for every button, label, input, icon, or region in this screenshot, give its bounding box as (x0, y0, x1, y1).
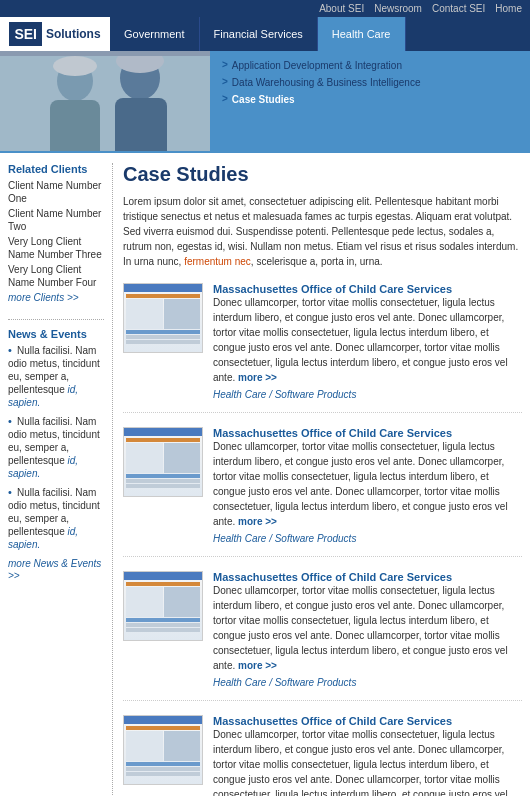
case-study-desc-4: Donec ullamcorper, tortor vitae mollis c… (213, 727, 522, 796)
thumb-cell (164, 731, 201, 761)
hero-image (0, 51, 210, 151)
sidebar-client-1: Client Name Number One (8, 179, 104, 205)
thumb-cell (126, 443, 163, 473)
bullet-icon: • (8, 344, 12, 356)
bullet-icon: • (8, 415, 12, 427)
content-wrapper: Related Clients Client Name Number One C… (0, 153, 530, 796)
sidebar-news-section: News & Events • Nulla facilisi. Nam odio… (8, 328, 104, 581)
hero-silhouette (0, 56, 210, 151)
case-study-2: Massachusettes Office of Child Care Serv… (123, 427, 522, 557)
case-study-thumb-2 (123, 427, 203, 497)
case-study-tags-2: Health Care / Software Products (213, 533, 522, 544)
main-nav-items: Government Financial Services Health Car… (110, 17, 530, 51)
hero-nav-datawarehouse: > Data Warehousing & Business Intelligen… (222, 76, 518, 89)
hero-nav-appdev-link[interactable]: Application Development & Integration (232, 59, 402, 72)
case-study-title-2[interactable]: Massachusettes Office of Child Care Serv… (213, 427, 452, 439)
case-study-3: Massachusettes Office of Child Care Serv… (123, 571, 522, 701)
thumb-row (126, 330, 200, 334)
case-study-thumb-3 (123, 571, 203, 641)
case-study-info-2: Massachusettes Office of Child Care Serv… (213, 427, 522, 544)
bullet-icon: • (8, 486, 12, 498)
thumb-row (126, 767, 200, 771)
more-news-link[interactable]: more News & Events >> (8, 558, 101, 581)
case-study-info-4: Massachusettes Office of Child Care Serv… (213, 715, 522, 796)
thumb-row (126, 582, 200, 586)
case-study-title-3[interactable]: Massachusettes Office of Child Care Serv… (213, 571, 452, 583)
thumb-row (126, 340, 200, 344)
page-title: Case Studies (123, 163, 522, 186)
hero-nav-appdev: > Application Development & Integration (222, 59, 518, 72)
sidebar-news-title: News & Events (8, 328, 104, 340)
sidebar-news-3: • Nulla facilisi. Nam odio metus, tincid… (8, 486, 104, 551)
more-link-3[interactable]: more >> (238, 660, 277, 671)
svg-rect-5 (115, 98, 167, 151)
logo-sei: SEI (9, 22, 42, 46)
thumb-bar (124, 716, 202, 724)
thumb-row (126, 726, 200, 730)
hero-nav-casestudies: > Case Studies (222, 93, 518, 106)
thumb-row (126, 628, 200, 632)
topnav-about[interactable]: About SEI (319, 3, 364, 14)
case-study-thumb-4 (123, 715, 203, 785)
arrow-icon: > (222, 93, 228, 104)
thumb-row (126, 479, 200, 483)
thumb-row (126, 623, 200, 627)
thumb-cell (164, 587, 201, 617)
sidebar: Related Clients Client Name Number One C… (8, 163, 113, 796)
svg-rect-0 (0, 56, 210, 151)
thumb-cell (126, 587, 163, 617)
case-study-4: Massachusettes Office of Child Care Serv… (123, 715, 522, 796)
case-study-info-1: Massachusettes Office of Child Care Serv… (213, 283, 522, 400)
topnav-contact[interactable]: Contact SEI (432, 3, 485, 14)
hero-nav-casestudies-link[interactable]: Case Studies (232, 93, 295, 106)
thumb-row (126, 474, 200, 478)
sidebar-clients-section: Related Clients Client Name Number One C… (8, 163, 104, 303)
thumb-mockup-3 (124, 572, 202, 640)
sidebar-client-2: Client Name Number Two (8, 207, 104, 233)
case-study-desc-2: Donec ullamcorper, tortor vitae mollis c… (213, 439, 522, 529)
thumb-row (126, 484, 200, 488)
thumb-cell (126, 299, 163, 329)
case-study-desc-1: Donec ullamcorper, tortor vitae mollis c… (213, 295, 522, 385)
thumb-row (126, 762, 200, 766)
logo: SEI Solutions (9, 22, 100, 46)
thumb-bar (124, 572, 202, 580)
topnav-newsroom[interactable]: Newsroom (374, 3, 422, 14)
sidebar-client-3: Very Long Client Name Number Three (8, 235, 104, 261)
nav-government[interactable]: Government (110, 17, 200, 51)
arrow-icon: > (222, 76, 228, 87)
case-study-title-1[interactable]: Massachusettes Office of Child Care Serv… (213, 283, 452, 295)
sidebar-news-1: • Nulla facilisi. Nam odio metus, tincid… (8, 344, 104, 409)
sidebar-news-text-3: Nulla facilisi. Nam odio metus, tincidun… (8, 487, 100, 550)
case-study-title-4[interactable]: Massachusettes Office of Child Care Serv… (213, 715, 452, 727)
logo-area: SEI Solutions (0, 17, 110, 51)
thumb-row (126, 438, 200, 442)
case-study-tags-3: Health Care / Software Products (213, 677, 522, 688)
thumb-bar (124, 428, 202, 436)
sidebar-news-text-2: Nulla facilisi. Nam odio metus, tincidun… (8, 416, 100, 479)
sidebar-divider (8, 319, 104, 320)
thumb-row (126, 618, 200, 622)
thumb-cell (164, 443, 201, 473)
intro-link[interactable]: fermentum nec (184, 256, 251, 267)
sidebar-news-2: • Nulla facilisi. Nam odio metus, tincid… (8, 415, 104, 480)
thumb-cell (126, 731, 163, 761)
more-link-1[interactable]: more >> (238, 372, 277, 383)
top-nav: About SEI Newsroom Contact SEI Home (0, 0, 530, 17)
svg-point-3 (53, 56, 97, 76)
thumb-grid (126, 731, 200, 761)
more-link-2[interactable]: more >> (238, 516, 277, 527)
topnav-home[interactable]: Home (495, 3, 522, 14)
sidebar-client-4: Very Long Client Name Number Four (8, 263, 104, 289)
more-clients-link[interactable]: more Clients >> (8, 292, 79, 303)
nav-health-care[interactable]: Health Care (318, 17, 406, 51)
intro-text: Lorem ipsum dolor sit amet, consectetuer… (123, 194, 522, 269)
case-study-info-3: Massachusettes Office of Child Care Serv… (213, 571, 522, 688)
case-study-desc-3: Donec ullamcorper, tortor vitae mollis c… (213, 583, 522, 673)
nav-financial-services[interactable]: Financial Services (200, 17, 318, 51)
thumb-mockup-1 (124, 284, 202, 352)
svg-rect-2 (50, 100, 100, 151)
main-nav: SEI Solutions Government Financial Servi… (0, 17, 530, 51)
hero-nav: > Application Development & Integration … (210, 51, 530, 151)
hero-nav-datawarehouse-link[interactable]: Data Warehousing & Business Intelligence (232, 76, 421, 89)
